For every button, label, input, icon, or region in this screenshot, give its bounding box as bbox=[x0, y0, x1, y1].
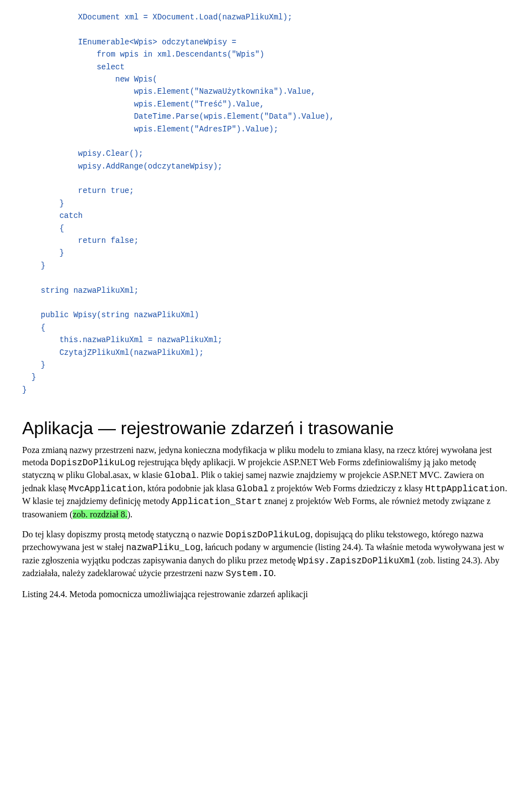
code-inline: Wpisy.ZapiszDoPlikuXml bbox=[298, 556, 415, 566]
highlighted-text: zob. rozdział 8. bbox=[73, 510, 127, 519]
section-heading: Aplikacja — rejestrowanie zdarzeń i tras… bbox=[22, 418, 510, 439]
text: , która podobnie jak klasa bbox=[143, 484, 237, 493]
code-inline: HttpApplication bbox=[425, 484, 505, 494]
code-inline: DopiszDoPlikuLog bbox=[226, 530, 311, 540]
text: ). bbox=[127, 510, 132, 519]
code-inline: Global bbox=[165, 471, 197, 481]
code-inline: Application_Start bbox=[172, 497, 262, 507]
paragraph-2: Do tej klasy dopiszmy prostą metodę stat… bbox=[22, 528, 510, 581]
code-inline: System.IO bbox=[226, 569, 273, 579]
text: Do tej klasy dopiszmy prostą metodę stat… bbox=[22, 530, 226, 539]
text: . bbox=[274, 568, 276, 578]
code-inline: MvcApplication bbox=[69, 484, 143, 494]
text: z projektów Web Forms dziedziczy z klasy bbox=[268, 484, 425, 493]
code-block: XDocument xml = XDocument.Load(nazwaPlik… bbox=[22, 11, 510, 396]
code-inline: Global bbox=[237, 484, 269, 494]
code-inline: DopiszDoPlikuLog bbox=[50, 458, 136, 468]
listing-caption: Listing 24.4. Metoda pomocnicza umożliwi… bbox=[22, 588, 510, 601]
code-inline: nazwaPliku_Log bbox=[126, 543, 200, 553]
paragraph-1: Poza zmianą nazwy przestrzeni nazw, jedy… bbox=[22, 444, 510, 521]
